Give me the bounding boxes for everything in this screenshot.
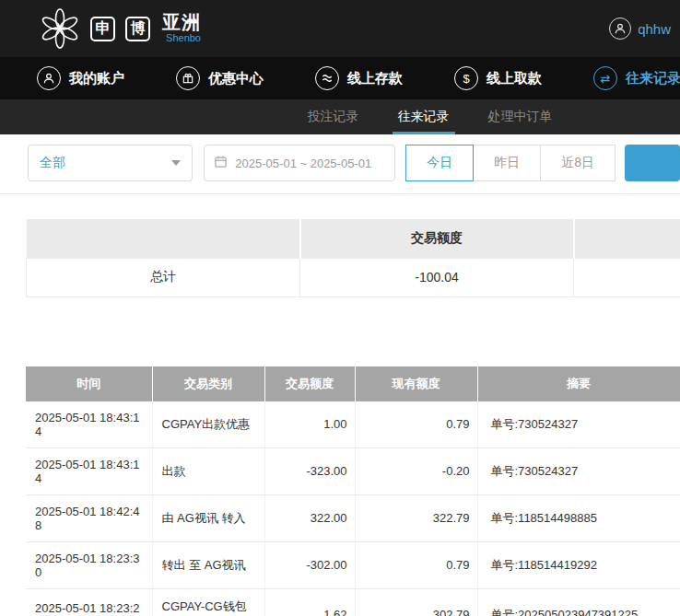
summary-total-value: -100.04 bbox=[300, 258, 574, 296]
summary-row: 总计 -100.04 bbox=[27, 258, 680, 296]
nav-item-label: 我的账户 bbox=[69, 70, 124, 87]
column-header: 交易类别 bbox=[152, 366, 264, 401]
search-button[interactable] bbox=[625, 145, 680, 181]
main-nav: 我的账户 优惠中心 线上存款 $ 线上取款 ⇄ 往来记录 bbox=[0, 57, 680, 99]
nav-item-withdraw[interactable]: $ 线上取款 bbox=[454, 66, 542, 90]
transactions-table: 时间交易类别交易额度现有额度摘要 2025-05-01 18:43:14CGPA… bbox=[26, 366, 680, 616]
table-cell: -302.00 bbox=[264, 541, 355, 588]
quick-date-buttons: 今日 昨日 近8日 bbox=[406, 145, 616, 181]
table-cell: 单号:118514419292 bbox=[477, 541, 680, 588]
table-cell: 302.79 bbox=[355, 588, 477, 616]
tab-betting-records[interactable]: 投注记录 bbox=[302, 99, 365, 134]
tab-transaction-records[interactable]: 往来记录 bbox=[393, 99, 455, 134]
nav-item-promotions[interactable]: 优惠中心 bbox=[176, 66, 264, 90]
table-cell: 2025-05-01 18:23:21 bbox=[26, 588, 152, 616]
account-area[interactable]: qhhw bbox=[609, 17, 671, 40]
nav-item-label: 往来记录 bbox=[626, 70, 680, 87]
summary-extra-cell bbox=[574, 258, 680, 296]
nav-item-deposit[interactable]: 线上存款 bbox=[315, 66, 403, 90]
table-row: 2025-05-01 18:43:14CGPAY出款优惠1.000.79单号:7… bbox=[26, 401, 680, 448]
table-cell: 2025-05-01 18:42:48 bbox=[26, 494, 152, 541]
column-header: 时间 bbox=[26, 366, 152, 401]
logo-brand-text: Shenbo bbox=[166, 32, 201, 43]
yesterday-button[interactable]: 昨日 bbox=[473, 145, 541, 181]
filter-bar: 全部 2025-05-01 ~ 2025-05-01 今日 昨日 近8日 bbox=[0, 134, 680, 181]
table-cell: 1.00 bbox=[264, 401, 355, 448]
section-divider bbox=[0, 193, 680, 194]
category-select-value: 全部 bbox=[40, 155, 65, 171]
deposit-coin-icon bbox=[315, 66, 339, 90]
table-cell: 322.00 bbox=[264, 494, 355, 541]
table-cell: -323.00 bbox=[264, 447, 355, 494]
table-cell: -0.20 bbox=[355, 447, 477, 494]
summary-table: 交易额度 总计 -100.04 bbox=[26, 219, 680, 297]
nav-item-label: 线上存款 bbox=[347, 70, 403, 87]
table-cell: 出款 bbox=[152, 447, 264, 494]
gift-icon bbox=[176, 66, 200, 90]
summary-header-spacer bbox=[27, 219, 300, 258]
column-header: 交易额度 bbox=[264, 366, 355, 401]
last-8-days-button[interactable]: 近8日 bbox=[540, 145, 616, 181]
table-cell: 2025-05-01 18:43:14 bbox=[26, 447, 152, 494]
today-button[interactable]: 今日 bbox=[405, 145, 474, 181]
summary-total-label: 总计 bbox=[27, 258, 300, 296]
table-cell: 1.62 bbox=[264, 588, 355, 616]
table-cell: 单号:730524327 bbox=[477, 447, 680, 494]
table-cell: 转出 至 AG视讯 bbox=[152, 541, 264, 588]
column-header: 现有额度 bbox=[355, 366, 477, 401]
table-cell: 322.79 bbox=[355, 494, 477, 541]
transactions-body: 2025-05-01 18:43:14CGPAY出款优惠1.000.79单号:7… bbox=[26, 401, 680, 616]
nav-item-label: 优惠中心 bbox=[208, 70, 264, 87]
user-avatar-icon bbox=[609, 17, 631, 40]
transfer-record-icon: ⇄ bbox=[593, 66, 617, 90]
nav-item-transactions[interactable]: ⇄ 往来记录 bbox=[593, 66, 680, 90]
table-cell: 0.79 bbox=[355, 541, 477, 588]
summary-header-extra bbox=[574, 219, 680, 258]
nav-item-label: 线上取款 bbox=[487, 70, 542, 87]
column-header: 摘要 bbox=[477, 366, 680, 401]
table-cell: 由 AG视讯 转入 bbox=[152, 494, 264, 541]
table-row: 2025-05-01 18:42:48由 AG视讯 转入322.00322.79… bbox=[26, 494, 680, 541]
table-cell: 2025-05-01 18:23:30 bbox=[26, 541, 152, 588]
table-cell: 单号:118514498885 bbox=[477, 494, 680, 541]
site-logo[interactable]: 申 博 亚洲 Shenbo bbox=[39, 7, 201, 50]
withdraw-coin-icon: $ bbox=[454, 66, 478, 90]
table-cell: 0.79 bbox=[355, 401, 477, 448]
user-icon bbox=[37, 66, 61, 90]
username-text: qhhw bbox=[638, 21, 671, 37]
nav-item-my-account[interactable]: 我的账户 bbox=[37, 66, 124, 90]
logo-char-bo: 博 bbox=[125, 17, 150, 41]
table-cell: 单号:202505023947391225 bbox=[477, 588, 680, 616]
table-cell: CGPAY出款优惠 bbox=[152, 401, 264, 448]
chevron-down-icon bbox=[171, 160, 181, 166]
record-tabs: 投注记录 往来记录 处理中订单 bbox=[0, 99, 680, 134]
tab-processing-orders[interactable]: 处理中订单 bbox=[483, 99, 558, 134]
transactions-header-row: 时间交易类别交易额度现有额度摘要 bbox=[26, 366, 680, 401]
table-cell: 2025-05-01 18:43:14 bbox=[26, 401, 152, 448]
table-row: 2025-05-01 18:23:30转出 至 AG视讯-302.000.79单… bbox=[26, 541, 680, 588]
logo-region-text: 亚洲 bbox=[162, 13, 201, 32]
calendar-icon bbox=[214, 155, 228, 171]
top-bar: 申 博 亚洲 Shenbo qhhw bbox=[0, 0, 680, 57]
table-cell: CGPAY-CG钱包支付笔笔送优惠 bbox=[152, 588, 264, 616]
date-range-value: 2025-05-01 ~ 2025-05-01 bbox=[235, 157, 371, 170]
table-row: 2025-05-01 18:23:21CGPAY-CG钱包支付笔笔送优惠1.62… bbox=[26, 588, 680, 616]
lotus-flower-icon bbox=[39, 7, 81, 50]
category-select[interactable]: 全部 bbox=[28, 145, 193, 181]
logo-char-shen: 申 bbox=[90, 17, 115, 41]
date-range-input[interactable]: 2025-05-01 ~ 2025-05-01 bbox=[204, 145, 395, 181]
summary-header-amount: 交易额度 bbox=[300, 219, 574, 258]
table-cell: 单号:730524327 bbox=[477, 401, 680, 448]
table-row: 2025-05-01 18:43:14出款-323.00-0.20单号:7305… bbox=[26, 447, 680, 494]
